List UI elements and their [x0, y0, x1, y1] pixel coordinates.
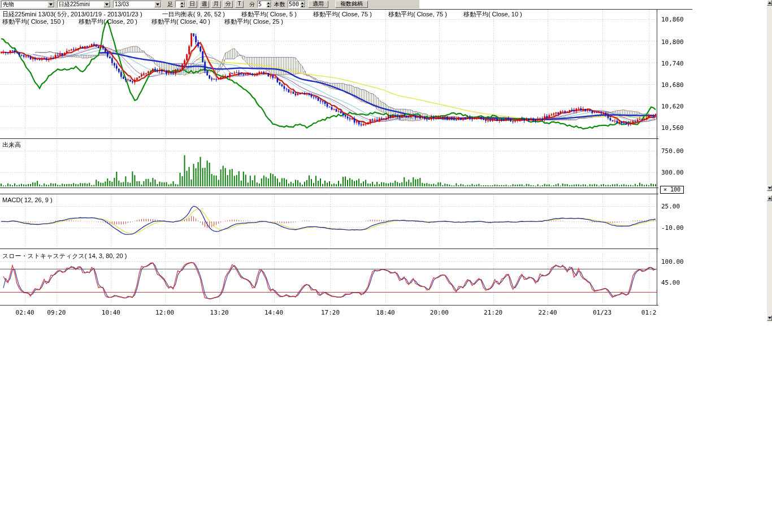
vertical-scrollbar-upper[interactable]	[767, 0, 772, 192]
stochastics-pane-label: スロー・ストキャスティクス( 14, 3, 80, 20 )	[2, 252, 127, 260]
chevron-down-icon[interactable]	[154, 1, 161, 7]
macd-tick-label: 25.00	[661, 203, 680, 210]
price-tick-label: 10,560	[661, 124, 684, 132]
period-minute-button[interactable]: 分	[223, 1, 233, 8]
period-week-button[interactable]: 週	[199, 1, 209, 8]
time-axis-label: 17:20	[321, 309, 340, 316]
time-axis-label: 14:40	[264, 309, 283, 316]
time-axis-label: 12:00	[155, 309, 174, 316]
price-tick-label: 10,800	[661, 38, 684, 46]
apply-button[interactable]: 適用	[308, 1, 328, 8]
period-tick-button[interactable]: T	[235, 1, 244, 8]
scroll-up-button[interactable]	[767, 195, 772, 201]
volume-pane-label: 出来高	[2, 141, 21, 149]
scroll-down-button[interactable]	[767, 315, 772, 321]
contract-month-value: 13/03	[114, 1, 130, 7]
macd-pane-label: MACD( 12, 26, 9 )	[2, 197, 53, 203]
instrument-type-select[interactable]: 先物	[1, 1, 55, 8]
time-axis-label: 18:40	[376, 309, 395, 316]
bar-count-input[interactable]	[288, 1, 300, 7]
stepper-arrows	[300, 1, 305, 7]
time-axis-label: 22:40	[539, 309, 557, 316]
time-axis-label: 01/23	[593, 309, 611, 316]
price-tick-label: 10,860	[661, 16, 684, 23]
contract-month-select[interactable]: 13/03	[113, 1, 162, 8]
legend-ma25: 移動平均( Close, 25 )	[224, 18, 283, 25]
legend-ma150: 移動平均( Close, 150 )	[2, 18, 64, 25]
bar-type-label: 足	[167, 1, 173, 8]
stepper-down-icon[interactable]	[266, 5, 271, 8]
arrow-up-icon	[768, 2, 771, 4]
time-axis-label: 10:40	[102, 309, 120, 316]
time-axis-label: 21:20	[484, 309, 502, 316]
bar-interval-stepper[interactable]	[175, 1, 185, 8]
arrow-up-icon	[768, 197, 771, 199]
time-axis-label: 20:00	[430, 309, 449, 316]
bar-count-label: 本数	[274, 1, 285, 8]
scroll-up-button[interactable]	[767, 0, 772, 6]
macd-tick-label: -10.00	[661, 224, 684, 232]
period-day-button[interactable]: 日	[188, 1, 197, 8]
arrow-down-icon	[768, 187, 771, 189]
time-axis-label: 02:40	[16, 309, 34, 316]
minute-label: 分	[249, 1, 255, 8]
period-month-button[interactable]: 月	[211, 1, 221, 8]
legend-ma10: 移動平均( Close, 10 )	[463, 11, 522, 18]
price-tick-label: 10,740	[661, 60, 684, 67]
chevron-down-icon[interactable]	[47, 1, 54, 7]
legend-ma20: 移動平均( Close, 20 )	[79, 18, 137, 25]
chevron-down-icon[interactable]	[103, 1, 110, 7]
instrument-select[interactable]: 日経225mini	[57, 1, 111, 8]
chart-area: 先物 日経225mini 13/03 足 日 週 月 分	[0, 0, 772, 322]
instrument-value: 日経225mini	[58, 1, 91, 8]
chart-title: 日経225mini 13/03( 5分, 2013/01/19 - 2013/0…	[2, 11, 142, 18]
stoch-tick-label: 45.00	[661, 279, 680, 286]
price-tick-label: 10,620	[661, 103, 684, 110]
volume-multiplier-badge: × 100	[660, 186, 684, 194]
chart-canvas[interactable]	[0, 0, 692, 322]
stepper-down-icon[interactable]	[180, 5, 185, 8]
instrument-type-value: 先物	[2, 1, 15, 8]
time-axis-label: 13:20	[210, 309, 229, 316]
stepper-arrows	[180, 1, 185, 7]
legend-ichimoku: 一目均衡表( 9, 26, 52 )	[162, 11, 225, 18]
volume-tick-label: 300.00	[661, 169, 684, 176]
toolbar: 先物 日経225mini 13/03 足 日 週 月 分	[0, 0, 419, 8]
scroll-down-button[interactable]	[767, 185, 772, 191]
legend-ma75a: 移動平均( Close, 75 )	[313, 11, 372, 18]
minute-interval-input[interactable]	[258, 1, 266, 7]
vertical-scrollbar-lower[interactable]	[767, 195, 772, 322]
legend-row-2: 移動平均( Close, 150 ) 移動平均( Close, 20 ) 移動平…	[2, 18, 298, 26]
price-tick-label: 10,680	[661, 81, 684, 89]
legend-ma5: 移動平均( Close, 5 )	[241, 11, 297, 18]
chart-application: 先物 日経225mini 13/03 足 日 週 月 分	[0, 0, 772, 532]
time-axis-label: 09:20	[47, 309, 66, 316]
bar-count-stepper[interactable]	[288, 1, 306, 8]
volume-tick-label: 750.00	[661, 147, 684, 155]
time-axis-label: 01:2	[641, 309, 657, 316]
time-axis: 02:4009:2010:4012:0013:2014:4017:2018:40…	[0, 309, 657, 317]
arrow-down-icon	[768, 317, 771, 319]
minute-interval-stepper[interactable]	[257, 1, 272, 8]
bar-interval-input[interactable]	[176, 1, 180, 7]
stoch-tick-label: 100.00	[661, 258, 684, 265]
stepper-arrows	[266, 1, 271, 7]
stepper-down-icon[interactable]	[300, 5, 305, 8]
legend-ma40: 移動平均( Close, 40 )	[151, 18, 210, 25]
legend-ma75b: 移動平均( Close, 75 )	[388, 11, 447, 18]
multi-symbol-button[interactable]: 複数銘柄	[335, 1, 368, 8]
